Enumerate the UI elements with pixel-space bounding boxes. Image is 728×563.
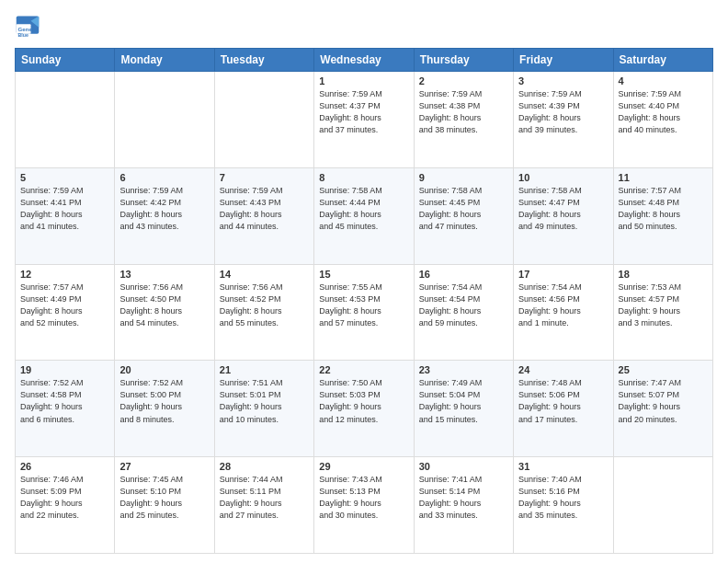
page: General Blue SundayMondayTuesdayWednesda… [0,0,728,563]
day-info: Sunrise: 7:47 AM Sunset: 5:07 PM Dayligh… [619,377,708,425]
day-number: 12 [20,269,109,280]
weekday-header-thursday: Thursday [414,49,513,72]
day-info: Sunrise: 7:40 AM Sunset: 5:16 PM Dayligh… [518,474,608,522]
day-info: Sunrise: 7:52 AM Sunset: 5:00 PM Dayligh… [119,377,209,425]
day-info: Sunrise: 7:49 AM Sunset: 5:04 PM Dayligh… [419,377,508,425]
day-number: 24 [518,364,608,375]
day-info: Sunrise: 7:54 AM Sunset: 4:56 PM Dayligh… [518,282,608,329]
calendar-cell: 16Sunrise: 7:54 AM Sunset: 4:54 PM Dayli… [414,264,513,361]
day-number: 23 [419,364,508,375]
day-number: 14 [220,269,309,280]
day-number: 27 [119,461,209,472]
day-info: Sunrise: 7:59 AM Sunset: 4:40 PM Dayligh… [619,88,708,136]
weekday-header-saturday: Saturday [613,49,712,72]
weekday-header-sunday: Sunday [16,49,115,72]
calendar-cell: 31Sunrise: 7:40 AM Sunset: 5:16 PM Dayli… [514,457,613,554]
day-number: 25 [619,364,708,375]
day-info: Sunrise: 7:51 AM Sunset: 5:01 PM Dayligh… [220,377,309,425]
day-number: 5 [20,172,109,183]
calendar-cell: 12Sunrise: 7:57 AM Sunset: 4:49 PM Dayli… [16,264,115,361]
day-info: Sunrise: 7:50 AM Sunset: 5:03 PM Dayligh… [319,377,408,425]
day-info: Sunrise: 7:59 AM Sunset: 4:37 PM Dayligh… [319,88,408,136]
week-row-1: 1Sunrise: 7:59 AM Sunset: 4:37 PM Daylig… [16,72,713,168]
calendar-cell: 1Sunrise: 7:59 AM Sunset: 4:37 PM Daylig… [314,72,414,168]
calendar-cell [214,72,313,168]
calendar-cell: 7Sunrise: 7:59 AM Sunset: 4:43 PM Daylig… [214,167,313,264]
day-info: Sunrise: 7:53 AM Sunset: 4:57 PM Dayligh… [619,282,708,329]
day-number: 3 [518,75,608,86]
day-number: 30 [419,461,508,472]
calendar-cell [613,457,712,554]
day-info: Sunrise: 7:57 AM Sunset: 4:49 PM Dayligh… [20,282,109,329]
day-number: 13 [119,269,209,280]
day-info: Sunrise: 7:57 AM Sunset: 4:48 PM Dayligh… [619,185,708,233]
day-info: Sunrise: 7:48 AM Sunset: 5:06 PM Dayligh… [518,377,608,425]
day-info: Sunrise: 7:45 AM Sunset: 5:10 PM Dayligh… [119,474,209,522]
day-number: 22 [319,364,408,375]
day-info: Sunrise: 7:58 AM Sunset: 4:45 PM Dayligh… [419,185,508,233]
day-number: 28 [220,461,309,472]
day-info: Sunrise: 7:59 AM Sunset: 4:39 PM Dayligh… [518,88,608,136]
day-number: 18 [619,269,708,280]
calendar-cell [115,72,214,168]
calendar-cell: 13Sunrise: 7:56 AM Sunset: 4:50 PM Dayli… [115,264,214,361]
calendar-cell: 28Sunrise: 7:44 AM Sunset: 5:11 PM Dayli… [214,457,313,554]
calendar-cell: 6Sunrise: 7:59 AM Sunset: 4:42 PM Daylig… [115,167,214,264]
calendar-cell: 25Sunrise: 7:47 AM Sunset: 5:07 PM Dayli… [613,361,712,457]
week-row-4: 19Sunrise: 7:52 AM Sunset: 4:58 PM Dayli… [16,361,713,457]
day-number: 8 [319,172,408,183]
calendar: SundayMondayTuesdayWednesdayThursdayFrid… [15,48,713,554]
day-number: 15 [319,269,408,280]
day-number: 20 [119,364,209,375]
day-info: Sunrise: 7:43 AM Sunset: 5:13 PM Dayligh… [319,474,408,522]
day-number: 26 [20,461,109,472]
day-info: Sunrise: 7:59 AM Sunset: 4:43 PM Dayligh… [220,185,309,233]
day-info: Sunrise: 7:44 AM Sunset: 5:11 PM Dayligh… [220,474,309,522]
day-info: Sunrise: 7:59 AM Sunset: 4:41 PM Dayligh… [20,185,109,233]
day-info: Sunrise: 7:58 AM Sunset: 4:44 PM Dayligh… [319,185,408,233]
calendar-cell [16,72,115,168]
week-row-5: 26Sunrise: 7:46 AM Sunset: 5:09 PM Dayli… [16,457,713,554]
weekday-header-friday: Friday [514,49,613,72]
calendar-cell: 2Sunrise: 7:59 AM Sunset: 4:38 PM Daylig… [414,72,513,168]
calendar-cell: 14Sunrise: 7:56 AM Sunset: 4:52 PM Dayli… [214,264,313,361]
day-info: Sunrise: 7:46 AM Sunset: 5:09 PM Dayligh… [20,474,109,522]
day-info: Sunrise: 7:56 AM Sunset: 4:52 PM Dayligh… [220,282,309,329]
day-number: 6 [119,172,209,183]
day-number: 16 [419,269,508,280]
calendar-cell: 22Sunrise: 7:50 AM Sunset: 5:03 PM Dayli… [314,361,414,457]
calendar-cell: 24Sunrise: 7:48 AM Sunset: 5:06 PM Dayli… [514,361,613,457]
week-row-3: 12Sunrise: 7:57 AM Sunset: 4:49 PM Dayli… [16,264,713,361]
weekday-header-tuesday: Tuesday [214,49,313,72]
day-number: 19 [20,364,109,375]
svg-text:General: General [18,26,40,32]
calendar-cell: 19Sunrise: 7:52 AM Sunset: 4:58 PM Dayli… [16,361,115,457]
day-info: Sunrise: 7:59 AM Sunset: 4:38 PM Dayligh… [419,88,508,136]
calendar-cell: 29Sunrise: 7:43 AM Sunset: 5:13 PM Dayli… [314,457,414,554]
weekday-header-monday: Monday [115,49,214,72]
calendar-cell: 26Sunrise: 7:46 AM Sunset: 5:09 PM Dayli… [16,457,115,554]
calendar-cell: 23Sunrise: 7:49 AM Sunset: 5:04 PM Dayli… [414,361,513,457]
day-number: 21 [220,364,309,375]
svg-text:Blue: Blue [18,32,28,38]
day-info: Sunrise: 7:56 AM Sunset: 4:50 PM Dayligh… [119,282,209,329]
day-number: 7 [220,172,309,183]
day-info: Sunrise: 7:59 AM Sunset: 4:42 PM Dayligh… [119,185,209,233]
calendar-cell: 3Sunrise: 7:59 AM Sunset: 4:39 PM Daylig… [514,72,613,168]
day-info: Sunrise: 7:52 AM Sunset: 4:58 PM Dayligh… [20,377,109,425]
weekday-header-wednesday: Wednesday [314,49,414,72]
day-number: 9 [419,172,508,183]
calendar-cell: 5Sunrise: 7:59 AM Sunset: 4:41 PM Daylig… [16,167,115,264]
weekday-header-row: SundayMondayTuesdayWednesdayThursdayFrid… [16,49,713,72]
header: General Blue [15,13,713,39]
day-number: 11 [619,172,708,183]
day-number: 29 [319,461,408,472]
calendar-cell: 30Sunrise: 7:41 AM Sunset: 5:14 PM Dayli… [414,457,513,554]
calendar-cell: 17Sunrise: 7:54 AM Sunset: 4:56 PM Dayli… [514,264,613,361]
logo: General Blue [15,13,44,39]
day-info: Sunrise: 7:41 AM Sunset: 5:14 PM Dayligh… [419,474,508,522]
calendar-cell: 21Sunrise: 7:51 AM Sunset: 5:01 PM Dayli… [214,361,313,457]
day-number: 1 [319,75,408,86]
week-row-2: 5Sunrise: 7:59 AM Sunset: 4:41 PM Daylig… [16,167,713,264]
calendar-cell: 8Sunrise: 7:58 AM Sunset: 4:44 PM Daylig… [314,167,414,264]
